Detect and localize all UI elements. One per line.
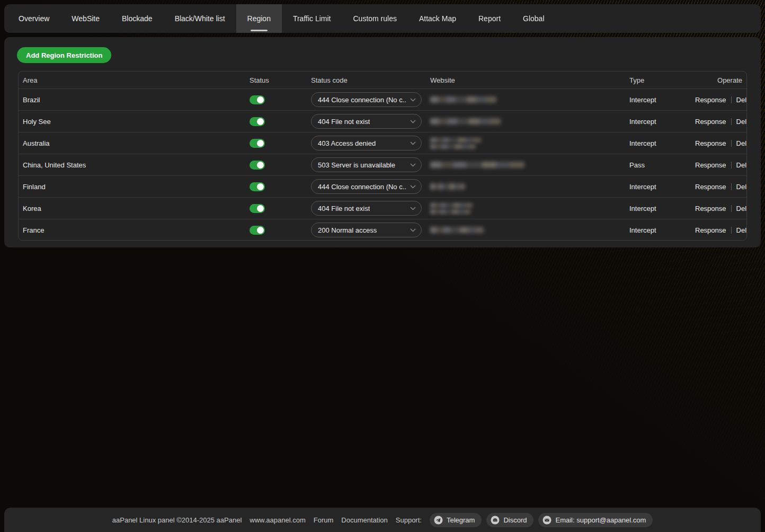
status-code-select[interactable]: 503 Server is unavailable	[311, 157, 422, 172]
region-table: Area Status Status code Website Type Ope…	[18, 71, 747, 241]
email-support-button[interactable]: Email: support@aapanel.com	[538, 513, 653, 527]
status-toggle[interactable]	[250, 117, 265, 126]
delete-link[interactable]: Delete	[736, 205, 747, 212]
discord-button[interactable]: Discord	[486, 513, 533, 527]
chevron-down-icon	[410, 141, 416, 145]
table-row: Korea 404 File not exist Intercept Respo…	[19, 197, 746, 219]
tab-custom-rules[interactable]: Custom rules	[342, 4, 408, 33]
area-label: Australia	[19, 139, 245, 147]
status-toggle[interactable]	[250, 95, 265, 104]
aapanel-site-link[interactable]: www.aapanel.com	[250, 516, 306, 524]
type-label: Intercept	[625, 205, 691, 212]
status-code-value: 444 Close connection (No c...	[318, 96, 407, 104]
discord-label: Discord	[503, 516, 527, 524]
status-toggle[interactable]	[250, 161, 265, 170]
delete-link[interactable]: Delete	[736, 96, 747, 104]
area-label: China, United States	[19, 161, 245, 169]
delete-link[interactable]: Delete	[736, 183, 747, 191]
delete-link[interactable]: Delete	[736, 226, 747, 234]
chevron-down-icon	[410, 163, 416, 167]
header-status: Status	[245, 76, 307, 84]
website-redacted	[430, 96, 625, 103]
header-website: Website	[426, 76, 625, 84]
add-region-restriction-button[interactable]: Add Region Restriction	[17, 47, 111, 63]
telegram-icon	[434, 516, 443, 525]
header-operate: Operate	[691, 76, 746, 84]
type-label: Pass	[625, 161, 691, 169]
operate-divider	[731, 227, 732, 234]
status-code-value: 200 Normal access	[318, 226, 377, 234]
status-code-select[interactable]: 403 Access denied	[311, 136, 422, 150]
delete-link[interactable]: Delete	[736, 118, 747, 126]
status-code-select[interactable]: 444 Close connection (No c...	[311, 179, 422, 194]
tab-overview[interactable]: Overview	[7, 4, 60, 33]
header-type: Type	[625, 76, 691, 84]
response-link[interactable]: Response	[695, 96, 726, 104]
operate-divider	[731, 96, 732, 103]
website-redacted	[430, 183, 625, 190]
response-link[interactable]: Response	[695, 183, 726, 191]
status-code-select[interactable]: 404 File not exist	[311, 114, 422, 129]
toggle-knob	[257, 183, 264, 190]
documentation-link[interactable]: Documentation	[341, 516, 387, 524]
forum-link[interactable]: Forum	[314, 516, 334, 524]
region-panel: Add Region Restriction Area Status Statu…	[4, 37, 761, 247]
table-row: Brazil 444 Close connection (No c... Int…	[19, 88, 746, 110]
status-code-select[interactable]: 444 Close connection (No c...	[311, 92, 422, 107]
telegram-button[interactable]: Telegram	[430, 513, 482, 527]
response-link[interactable]: Response	[695, 161, 726, 169]
area-label: Holy See	[19, 118, 245, 126]
status-toggle[interactable]	[250, 226, 265, 235]
status-code-select[interactable]: 404 File not exist	[311, 201, 422, 216]
status-toggle[interactable]	[250, 139, 265, 148]
telegram-label: Telegram	[447, 516, 475, 524]
status-code-select[interactable]: 200 Normal access	[311, 223, 422, 237]
status-code-value: 444 Close connection (No c...	[318, 183, 407, 191]
tab-report[interactable]: Report	[467, 4, 512, 33]
support-label: Support:	[396, 516, 422, 524]
operate-divider	[731, 118, 732, 125]
chevron-down-icon	[410, 98, 416, 102]
delete-link[interactable]: Delete	[736, 139, 747, 147]
tab-website[interactable]: WebSite	[60, 4, 111, 33]
table-row: Finland 444 Close connection (No c... In…	[19, 175, 746, 197]
area-label: Korea	[19, 205, 245, 212]
area-label: France	[19, 226, 245, 234]
header-area: Area	[19, 76, 245, 84]
header-status-code: Status code	[307, 76, 426, 84]
response-link[interactable]: Response	[695, 118, 726, 126]
status-toggle[interactable]	[250, 182, 265, 191]
operate-divider	[731, 162, 732, 169]
status-toggle[interactable]	[250, 204, 265, 213]
tab-region[interactable]: Region	[236, 4, 282, 33]
chevron-down-icon	[410, 185, 416, 189]
toggle-knob	[257, 205, 264, 212]
response-link[interactable]: Response	[695, 205, 726, 212]
copyright-text: aaPanel Linux panel ©2014-2025 aaPanel	[112, 516, 242, 524]
email-icon	[542, 516, 551, 525]
website-redacted	[430, 203, 625, 214]
tab-black-white-list[interactable]: Black/White list	[164, 4, 236, 33]
delete-link[interactable]: Delete	[736, 161, 747, 169]
top-tab-bar: Overview WebSite Blockade Black/White li…	[4, 4, 761, 33]
footer-bar: aaPanel Linux panel ©2014-2025 aaPanel w…	[4, 508, 761, 532]
website-redacted	[430, 162, 625, 168]
table-row: Holy See 404 File not exist Intercept Re…	[19, 110, 746, 132]
status-code-value: 403 Access denied	[318, 139, 376, 147]
area-label: Brazil	[19, 96, 245, 104]
status-code-value: 404 File not exist	[318, 118, 370, 126]
chevron-down-icon	[410, 207, 416, 210]
response-link[interactable]: Response	[695, 226, 726, 234]
tab-blockade[interactable]: Blockade	[111, 4, 164, 33]
response-link[interactable]: Response	[695, 139, 726, 147]
toggle-knob	[257, 227, 264, 234]
toggle-knob	[257, 118, 264, 125]
toggle-knob	[257, 96, 264, 103]
type-label: Intercept	[625, 118, 691, 126]
type-label: Intercept	[625, 96, 691, 104]
tab-attack-map[interactable]: Attack Map	[408, 4, 467, 33]
toggle-knob	[257, 140, 264, 147]
chevron-down-icon	[410, 120, 416, 123]
tab-traffic-limit[interactable]: Traffic Limit	[282, 4, 342, 33]
tab-global[interactable]: Global	[512, 4, 555, 33]
